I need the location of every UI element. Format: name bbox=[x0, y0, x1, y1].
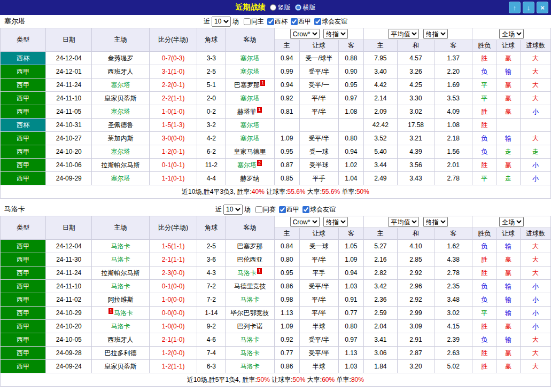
handicap-line: 受平/半 bbox=[299, 65, 338, 79]
average-select[interactable]: 平均值 bbox=[388, 29, 419, 39]
match-count-select[interactable]: 10 bbox=[212, 17, 231, 27]
handicap-home-odds: 0.99 bbox=[274, 65, 299, 79]
col-goals: 进球数 bbox=[520, 40, 550, 52]
result-cell: 负 bbox=[472, 65, 496, 79]
filter-option[interactable]: 同主 bbox=[244, 17, 264, 26]
team-link: 圣佩德鲁 bbox=[107, 121, 133, 129]
team-link: 皇家贝蒂斯 bbox=[104, 363, 136, 370]
horizontal-radio[interactable] bbox=[295, 4, 301, 11]
team-link[interactable]: 塞尔塔 bbox=[111, 175, 130, 182]
team-link[interactable]: 马洛卡 bbox=[114, 309, 133, 317]
date-cell: 24-09-24 bbox=[46, 360, 91, 373]
filter-option[interactable]: 球会友谊 bbox=[314, 17, 347, 26]
match-row: 西甲24-11-24拉斯帕尔马斯2-3(0-0)4-3马洛卡10.95平手0.9… bbox=[1, 266, 551, 280]
avg-away-odds: 2.01 bbox=[434, 159, 472, 172]
filter-option[interactable]: 同赛 bbox=[255, 205, 276, 214]
vertical-radio[interactable] bbox=[270, 4, 276, 11]
team-link[interactable]: 马洛卡 bbox=[240, 363, 260, 370]
col-result: 胜负 bbox=[472, 40, 496, 52]
filter-option[interactable]: 西甲 bbox=[291, 17, 311, 26]
team-cell-content: 塞尔塔 bbox=[240, 68, 260, 75]
result-cell: 胜 bbox=[472, 360, 496, 373]
scope-select[interactable]: 全场 bbox=[499, 29, 524, 39]
odds-stage-select[interactable]: 终指 bbox=[423, 29, 448, 39]
team-link[interactable]: 塞尔塔 bbox=[240, 95, 260, 102]
avg-away-odds: 3.53 bbox=[434, 92, 472, 105]
scope-select[interactable]: 全场 bbox=[499, 217, 524, 227]
filter-checkboxes: 同赛西甲球会友谊 bbox=[252, 205, 336, 214]
bookmaker-select[interactable]: Crow* bbox=[290, 29, 320, 39]
handicap-stage-select[interactable]: 终指 bbox=[323, 217, 348, 227]
close-button[interactable]: × bbox=[537, 2, 548, 13]
team-link[interactable]: 塞尔塔 bbox=[240, 54, 260, 62]
col-result: 胜负 bbox=[472, 228, 496, 240]
bookmaker-select[interactable]: Crow* bbox=[290, 217, 320, 227]
handicap-away-odds: 0.77 bbox=[338, 307, 363, 320]
filter-checkbox[interactable] bbox=[314, 18, 321, 25]
handicap-result-cell: 赢 bbox=[496, 52, 521, 65]
filter-checkbox[interactable] bbox=[291, 18, 298, 25]
filter-option[interactable]: 西杯 bbox=[267, 17, 288, 26]
odds-stage-select[interactable]: 终指 bbox=[423, 217, 448, 227]
layout-radio-horizontal[interactable]: 横版 bbox=[295, 3, 316, 12]
filter-checkbox[interactable] bbox=[302, 206, 309, 213]
handicap-line: 平/半 bbox=[299, 253, 338, 266]
away-team-cell: 赫罗纳 bbox=[226, 172, 275, 185]
match-count-select[interactable]: 10 bbox=[223, 205, 243, 215]
move-up-button[interactable]: ↑ bbox=[509, 2, 521, 13]
team-link[interactable]: 塞尔塔 bbox=[240, 121, 260, 129]
team-link[interactable]: 马洛卡 bbox=[240, 349, 260, 357]
filter-option[interactable]: 西甲 bbox=[279, 205, 299, 214]
team-link[interactable]: 塞尔塔 bbox=[237, 161, 257, 169]
results-table: 类型 日期 主场 比分(半场) 角球 客场 Crow* 终指 平均值 终指 bbox=[0, 216, 551, 387]
avg-home-odds: 2.49 bbox=[363, 172, 397, 185]
team-link[interactable]: 马洛卡 bbox=[111, 242, 130, 250]
home-team-cell: 马洛卡 bbox=[91, 280, 149, 293]
team-link[interactable]: 马洛卡 bbox=[237, 269, 257, 277]
filter-checkbox[interactable] bbox=[279, 206, 286, 213]
team-link[interactable]: 塞尔塔 bbox=[240, 68, 260, 75]
handicap-home-odds: 0.80 bbox=[274, 253, 299, 266]
corners-cell: 4-4 bbox=[197, 172, 226, 185]
team-link[interactable]: 塞尔塔 bbox=[240, 135, 260, 142]
summary-label: 大率: bbox=[306, 188, 322, 195]
team-link[interactable]: 马洛卡 bbox=[240, 296, 260, 303]
col-home: 主场 bbox=[91, 28, 149, 52]
handicap-line: 受半球 bbox=[299, 159, 338, 172]
team-link[interactable]: 塞尔塔 bbox=[111, 108, 130, 115]
team-link: 皇家贝蒂斯 bbox=[104, 95, 136, 102]
move-down-button[interactable]: ↓ bbox=[523, 2, 534, 13]
score-cell: 2-2(0-1) bbox=[149, 79, 197, 92]
avg-home-odds: 4.42 bbox=[363, 79, 397, 92]
result-cell: 负 bbox=[472, 145, 496, 159]
team-link[interactable]: 马洛卡 bbox=[111, 283, 130, 290]
team-cell-content: 拉斯帕尔马斯 bbox=[101, 269, 139, 277]
filter-checkbox[interactable] bbox=[255, 206, 262, 213]
handicap-result-cell: 赢 bbox=[496, 105, 521, 119]
away-team-cell: 马洛卡 bbox=[226, 347, 275, 360]
score-cell: 1-2(1-1) bbox=[149, 360, 197, 373]
competition-cell: 西甲 bbox=[1, 293, 46, 307]
filter-checkbox[interactable] bbox=[267, 18, 274, 25]
handicap-away-odds: 1.05 bbox=[338, 240, 363, 253]
home-team-cell: 巴拉多利德 bbox=[91, 347, 149, 360]
filter-checkbox[interactable] bbox=[244, 18, 251, 25]
handicap-result-cell: 输 bbox=[496, 280, 521, 293]
competition-cell: 西甲 bbox=[1, 92, 46, 105]
filter-option[interactable]: 球会友谊 bbox=[302, 205, 336, 214]
col-ah-away: 客 bbox=[338, 228, 363, 240]
col-ah-line: 让球 bbox=[299, 40, 338, 52]
team-link[interactable]: 马洛卡 bbox=[111, 323, 130, 330]
layout-radio-vertical[interactable]: 竖版 bbox=[270, 3, 291, 12]
handicap-stage-select[interactable]: 终指 bbox=[323, 29, 348, 39]
match-row: 西甲24-11-10皇家贝蒂斯2-2(1-1)2-0塞尔塔0.92平/半0.97… bbox=[1, 92, 551, 105]
team-link[interactable]: 塞尔塔 bbox=[111, 148, 130, 155]
team-cell-content: 马洛卡 bbox=[111, 256, 130, 263]
team-link[interactable]: 马洛卡 bbox=[240, 336, 260, 343]
team-link[interactable]: 塞尔塔 bbox=[111, 81, 130, 89]
avg-away-odds: 2.78 bbox=[434, 266, 472, 280]
team-link[interactable]: 马洛卡 bbox=[111, 256, 130, 263]
away-team-cell: 塞尔塔2 bbox=[226, 159, 275, 172]
average-select[interactable]: 平均值 bbox=[388, 217, 419, 227]
corners-cell: 6-3 bbox=[197, 360, 226, 373]
